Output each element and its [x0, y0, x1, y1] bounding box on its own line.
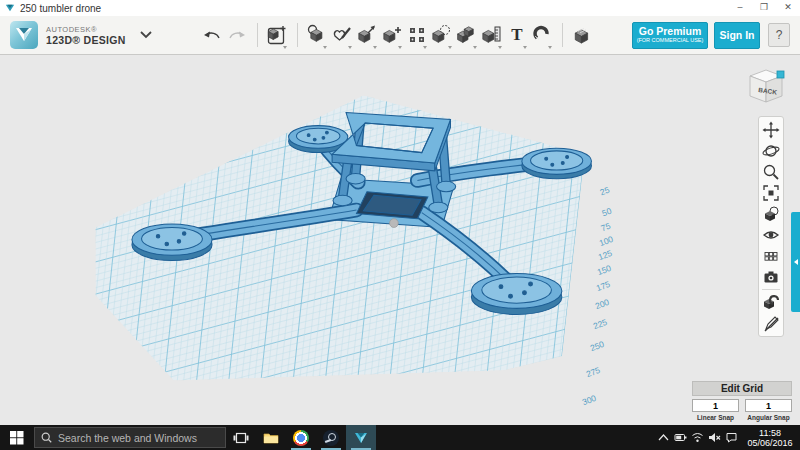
sign-in-button[interactable]: Sign In: [714, 22, 760, 49]
orbit-icon: [762, 142, 780, 160]
app-logo-icon: [5, 3, 15, 13]
grouping-tool-button[interactable]: [430, 20, 455, 50]
main-toolbar: AUTODESK® 123D® DESIGN T Go Premium (FOR…: [0, 16, 800, 55]
undo-tool-button[interactable]: [200, 20, 225, 50]
material-snap-icon: [762, 294, 780, 312]
steam-icon: [323, 430, 339, 446]
taskbar-app-file-explorer[interactable]: [256, 425, 286, 450]
primitives-tool-button[interactable]: [305, 20, 330, 50]
taskbar-app-chrome[interactable]: [286, 425, 316, 450]
app-menu-button[interactable]: AUTODESK® 123D® DESIGN: [10, 21, 152, 49]
taskbar-clock[interactable]: 11:58 05/06/2016: [744, 428, 796, 448]
dropdown-caret-icon: [283, 46, 287, 49]
angular-snap-input[interactable]: [745, 399, 792, 412]
measure-icon: [481, 24, 503, 46]
grid-display-view-button[interactable]: [759, 245, 783, 266]
go-premium-button[interactable]: Go Premium (FOR COMMERCIAL USE): [632, 22, 708, 49]
origin-sphere: [390, 219, 399, 228]
combine-tool-button[interactable]: [455, 20, 480, 50]
material-snap-view-button[interactable]: [759, 292, 783, 313]
view-tool-palette: [758, 116, 784, 337]
brand-text: AUTODESK® 123D® DESIGN: [46, 25, 126, 45]
linear-snap-input[interactable]: [692, 399, 739, 412]
insert-tool-button[interactable]: [265, 20, 290, 50]
svg-text:T: T: [511, 25, 523, 44]
fit-view-button[interactable]: [759, 182, 783, 203]
snap-tool-button[interactable]: [530, 20, 555, 50]
close-button[interactable]: ✕: [776, 0, 800, 16]
linear-snap-label: Linear Snap: [692, 414, 739, 421]
parts-library-flyout-tab[interactable]: [791, 212, 800, 312]
start-button[interactable]: [0, 425, 34, 450]
edit-grid-button[interactable]: Edit Grid: [692, 381, 792, 396]
clock-time: 11:58: [744, 428, 796, 438]
material-tool-button[interactable]: [570, 20, 595, 50]
chevron-left-icon: [794, 259, 798, 265]
windows-taskbar: 11:58 05/06/2016: [0, 425, 800, 450]
taskbar-app-task-view[interactable]: [226, 425, 256, 450]
screenshot-camera-view-button[interactable]: [759, 266, 783, 287]
toolbar-separator: [297, 23, 298, 47]
dropdown-caret-icon: [523, 46, 527, 49]
taskbar-app-123d-design[interactable]: [346, 425, 376, 450]
dropdown-caret-icon: [398, 46, 402, 49]
pattern-icon: [406, 24, 428, 46]
minimize-button[interactable]: –: [728, 0, 752, 16]
title-bar: 250 tumbler drone – ❐ ✕: [0, 0, 800, 16]
hide-sketch-view-button[interactable]: [759, 313, 783, 334]
task-view-icon: [233, 430, 249, 446]
redo-tool-button[interactable]: [225, 20, 250, 50]
taskbar-search-box[interactable]: [34, 427, 226, 448]
drone-frame-model[interactable]: [0, 56, 800, 425]
app-window: 250 tumbler drone – ❐ ✕ AUTODESK® 123D® …: [0, 0, 800, 450]
measure-tool-button[interactable]: [480, 20, 505, 50]
text-icon: T: [506, 24, 528, 46]
combine-icon: [456, 24, 478, 46]
tray-volume-muted-icon[interactable]: [706, 425, 723, 450]
tray-wifi-icon[interactable]: [689, 425, 706, 450]
pattern-tool-button[interactable]: [405, 20, 430, 50]
construct-tool-button[interactable]: [355, 20, 380, 50]
tray-battery-icon[interactable]: [672, 425, 689, 450]
view-cube-home-corner: [777, 71, 784, 78]
view-cube[interactable]: BACK: [744, 62, 788, 106]
text-tool-button[interactable]: T: [505, 20, 530, 50]
undo-icon: [201, 24, 223, 46]
tray-action-center-icon[interactable]: [723, 425, 740, 450]
palette-separator: [762, 289, 780, 290]
snap-icon: [531, 24, 553, 46]
clock-date: 05/06/2016: [744, 438, 796, 448]
chrome-icon: [293, 430, 309, 446]
insert-icon: [266, 24, 288, 46]
material-icon: [571, 24, 593, 46]
sketch-icon: [331, 24, 353, 46]
view-mode-view-button[interactable]: [759, 203, 783, 224]
toolbar-separator: [562, 23, 563, 47]
visibility-eye-icon: [762, 226, 780, 244]
maximize-button[interactable]: ❐: [752, 0, 776, 16]
modify-tool-button[interactable]: [380, 20, 405, 50]
dropdown-caret-icon: [323, 46, 327, 49]
orbit-view-button[interactable]: [759, 140, 783, 161]
help-button[interactable]: ?: [768, 23, 790, 47]
system-tray: [655, 425, 740, 450]
screenshot-camera-icon: [762, 268, 780, 286]
view-mode-icon: [762, 205, 780, 223]
visibility-eye-view-button[interactable]: [759, 224, 783, 245]
pan-icon: [762, 121, 780, 139]
dropdown-caret-icon: [548, 46, 552, 49]
windows-logo-icon: [10, 431, 24, 445]
tray-chevron-up-icon[interactable]: [655, 425, 672, 450]
dropdown-caret-icon: [373, 46, 377, 49]
modify-icon: [381, 24, 403, 46]
toolbar-separator: [257, 23, 258, 47]
chevron-down-icon: [140, 31, 152, 39]
search-input[interactable]: [58, 432, 219, 444]
sketch-tool-button[interactable]: [330, 20, 355, 50]
primitives-icon: [306, 24, 328, 46]
zoom-view-button[interactable]: [759, 161, 783, 182]
taskbar-app-steam[interactable]: [316, 425, 346, 450]
pan-view-button[interactable]: [759, 119, 783, 140]
dropdown-caret-icon: [498, 46, 502, 49]
viewport-3d[interactable]: 255075100125150175200225250275300 BACK E…: [0, 56, 800, 425]
